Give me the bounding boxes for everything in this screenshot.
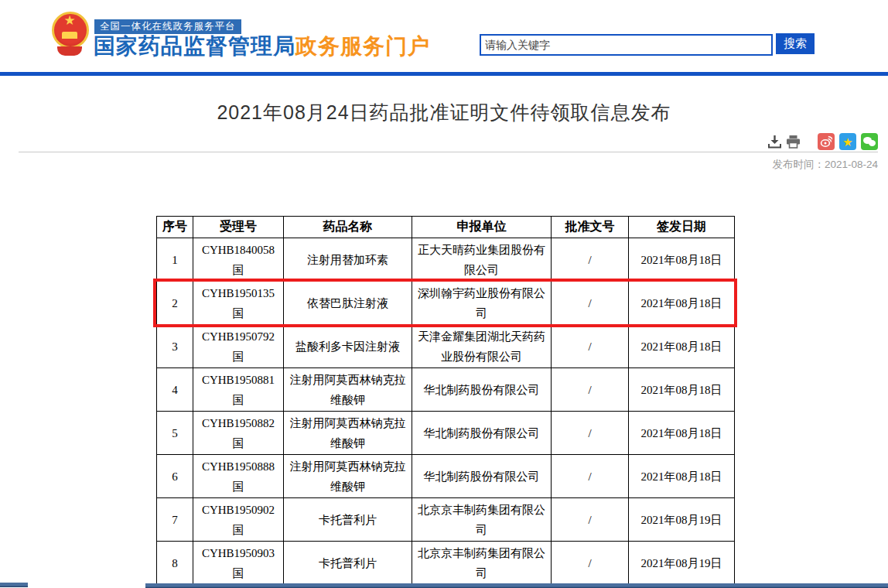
site-title: 国家药品监督管理局政务服务门户 — [94, 32, 430, 61]
table-cell: 2 — [157, 282, 193, 325]
table-cell: 2021年08月19日 — [629, 498, 735, 542]
page: ★ 全国一体化在线政务服务平台 国家药品监督管理局政务服务门户 搜索 2021年… — [0, 0, 888, 588]
table-cell: CYHB1950135国 — [193, 282, 284, 325]
table-header-row: 序号 受理号 药品名称 申报单位 批准文号 签发日期 — [157, 217, 735, 238]
table-row: 4CYHB1950881国注射用阿莫西林钠克拉维酸钾华北制药股份有限公司/202… — [157, 368, 735, 412]
national-emblem-logo: ★ — [51, 11, 88, 59]
table-cell: / — [552, 455, 629, 498]
table-cell: CYHB1950792国 — [193, 325, 284, 368]
table-cell: 天津金耀集团湖北天药药业股份有限公司 — [412, 325, 552, 368]
table-cell: 注射用替加环素 — [284, 238, 412, 282]
table-cell: 注射用阿莫西林钠克拉维酸钾 — [284, 455, 412, 498]
page-title: 2021年08月24日药品批准证明文件待领取信息发布 — [0, 100, 888, 125]
column-header-drug-name: 药品名称 — [284, 217, 412, 238]
emblem-gate-shape — [62, 32, 77, 39]
site-portal-suffix: 政务服务门户 — [295, 34, 430, 58]
wechat-share-icon[interactable] — [861, 133, 878, 150]
table-cell: 深圳翰宇药业股份有限公司 — [412, 282, 552, 325]
table-cell: 3 — [157, 325, 193, 368]
table-row: 1CYHB1840058国注射用替加环素正大天晴药业集团股份有限公司/2021年… — [157, 238, 735, 282]
table-cell: 2021年08月18日 — [629, 412, 735, 455]
table-cell: 2021年08月18日 — [629, 238, 735, 282]
table-row: 8CYHB1950903国卡托普利片北京京丰制药集团有限公司/2021年08月1… — [157, 542, 735, 585]
table-cell: CYHB1950902国 — [193, 498, 284, 542]
table-cell: CYHB1950903国 — [193, 542, 284, 585]
bottom-bar-fragment — [0, 583, 28, 587]
drug-table: 序号 受理号 药品名称 申报单位 批准文号 签发日期 1CYHB1840058国… — [156, 216, 735, 585]
table-cell: 北京京丰制药集团有限公司 — [412, 542, 552, 585]
table-cell: 4 — [157, 368, 193, 412]
table-cell: CYHB1950881国 — [193, 368, 284, 412]
download-icon[interactable] — [767, 134, 782, 149]
site-name: 国家药品监督管理局 — [94, 34, 295, 58]
table-row: 5CYHB1950882国注射用阿莫西林钠克拉维酸钾华北制药股份有限公司/202… — [157, 412, 735, 455]
emblem-star-icon: ★ — [51, 13, 88, 29]
bottom-bar — [145, 583, 888, 588]
table-cell: / — [552, 542, 629, 585]
table-cell: 卡托普利片 — [284, 542, 412, 585]
table-cell: 7 — [157, 498, 193, 542]
emblem-ribbon — [57, 46, 82, 56]
table-cell: 2021年08月19日 — [629, 542, 735, 585]
table-cell: 华北制药股份有限公司 — [412, 412, 552, 455]
column-header-issue-date: 签发日期 — [629, 217, 735, 238]
table-cell: 卡托普利片 — [284, 498, 412, 542]
column-header-approval-no: 批准文号 — [552, 217, 629, 238]
wechat-bubble — [869, 140, 876, 146]
table-cell: CYHB1950882国 — [193, 412, 284, 455]
table-cell: 1 — [157, 238, 193, 282]
table-cell: 5 — [157, 412, 193, 455]
table-cell: CYHB1950888国 — [193, 455, 284, 498]
table-cell: / — [552, 238, 629, 282]
table-body: 1CYHB1840058国注射用替加环素正大天晴药业集团股份有限公司/2021年… — [157, 238, 735, 585]
table-cell: 2021年08月18日 — [629, 282, 735, 325]
column-header-seq: 序号 — [157, 217, 193, 238]
print-icon[interactable] — [785, 134, 801, 149]
table-cell: / — [552, 498, 629, 542]
table-cell: 2021年08月18日 — [629, 455, 735, 498]
table-cell: 2021年08月18日 — [629, 325, 735, 368]
table-cell: 华北制药股份有限公司 — [412, 455, 552, 498]
table-cell: 北京京丰制药集团有限公司 — [412, 498, 552, 542]
table-row: 7CYHB1950902国卡托普利片北京京丰制药集团有限公司/2021年08月1… — [157, 498, 735, 542]
search-button[interactable]: 搜索 — [776, 33, 815, 54]
table-cell: / — [552, 368, 629, 412]
table-cell: / — [552, 282, 629, 325]
table-row: 3CYHB1950792国盐酸利多卡因注射液天津金耀集团湖北天药药业股份有限公司… — [157, 325, 735, 368]
table-cell: 注射用阿莫西林钠克拉维酸钾 — [284, 412, 412, 455]
table-cell: CYHB1840058国 — [193, 238, 284, 282]
header-divider-bar — [0, 72, 888, 76]
table-cell: 2021年08月18日 — [629, 368, 735, 412]
table-cell: 依替巴肽注射液 — [284, 282, 412, 325]
site-header: ★ 全国一体化在线政务服务平台 国家药品监督管理局政务服务门户 搜索 — [0, 0, 888, 72]
column-header-applicant: 申报单位 — [412, 217, 552, 238]
table-cell: 6 — [157, 455, 193, 498]
table-cell: 华北制药股份有限公司 — [412, 368, 552, 412]
horizontal-divider — [19, 152, 878, 152]
table-cell: 盐酸利多卡因注射液 — [284, 325, 412, 368]
table-cell: 正大天晴药业集团股份有限公司 — [412, 238, 552, 282]
table-row: 2CYHB1950135国依替巴肽注射液深圳翰宇药业股份有限公司/2021年08… — [157, 282, 735, 325]
table-row: 6CYHB1950888国注射用阿莫西林钠克拉维酸钾华北制药股份有限公司/202… — [157, 455, 735, 498]
weibo-share-icon[interactable] — [818, 133, 835, 150]
table-cell: 注射用阿莫西林钠克拉维酸钾 — [284, 368, 412, 412]
table-cell: 8 — [157, 542, 193, 585]
publish-time: 发布时间：2021-08-24 — [772, 158, 878, 172]
article-toolbar: ★ — [0, 133, 878, 150]
qzone-share-icon[interactable]: ★ — [839, 133, 856, 150]
search-input[interactable] — [480, 34, 773, 56]
column-header-acceptance-no: 受理号 — [193, 217, 284, 238]
table-cell: / — [552, 412, 629, 455]
table-cell: / — [552, 325, 629, 368]
drug-table-wrap: 序号 受理号 药品名称 申报单位 批准文号 签发日期 1CYHB1840058国… — [156, 216, 736, 585]
